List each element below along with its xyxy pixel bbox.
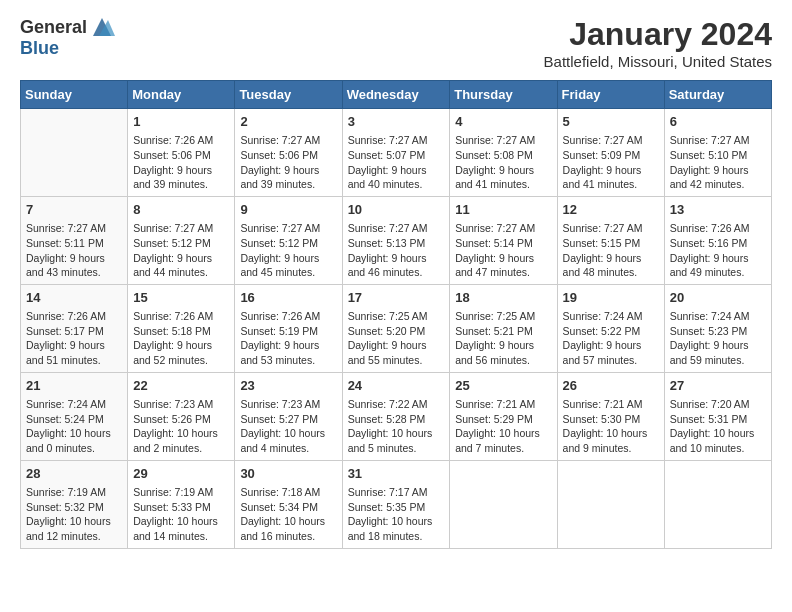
day-info: Sunrise: 7:27 AMSunset: 5:10 PMDaylight:… [670, 133, 766, 192]
calendar-cell: 5Sunrise: 7:27 AMSunset: 5:09 PMDaylight… [557, 109, 664, 197]
day-info: Sunrise: 7:27 AMSunset: 5:12 PMDaylight:… [133, 221, 229, 280]
day-number: 18 [455, 289, 551, 307]
day-info: Sunrise: 7:18 AMSunset: 5:34 PMDaylight:… [240, 485, 336, 544]
day-number: 7 [26, 201, 122, 219]
calendar-cell: 10Sunrise: 7:27 AMSunset: 5:13 PMDayligh… [342, 196, 450, 284]
calendar-day-header: Friday [557, 81, 664, 109]
calendar-week-row: 28Sunrise: 7:19 AMSunset: 5:32 PMDayligh… [21, 460, 772, 548]
page-title: January 2024 [544, 16, 772, 53]
day-info: Sunrise: 7:23 AMSunset: 5:26 PMDaylight:… [133, 397, 229, 456]
day-info: Sunrise: 7:19 AMSunset: 5:32 PMDaylight:… [26, 485, 122, 544]
day-number: 14 [26, 289, 122, 307]
day-info: Sunrise: 7:25 AMSunset: 5:20 PMDaylight:… [348, 309, 445, 368]
day-number: 16 [240, 289, 336, 307]
day-number: 8 [133, 201, 229, 219]
calendar-cell: 25Sunrise: 7:21 AMSunset: 5:29 PMDayligh… [450, 372, 557, 460]
calendar-week-row: 1Sunrise: 7:26 AMSunset: 5:06 PMDaylight… [21, 109, 772, 197]
calendar-cell [21, 109, 128, 197]
day-number: 9 [240, 201, 336, 219]
calendar-cell: 9Sunrise: 7:27 AMSunset: 5:12 PMDaylight… [235, 196, 342, 284]
day-number: 28 [26, 465, 122, 483]
calendar-cell: 26Sunrise: 7:21 AMSunset: 5:30 PMDayligh… [557, 372, 664, 460]
logo-icon [89, 16, 115, 38]
day-info: Sunrise: 7:26 AMSunset: 5:06 PMDaylight:… [133, 133, 229, 192]
calendar-week-row: 7Sunrise: 7:27 AMSunset: 5:11 PMDaylight… [21, 196, 772, 284]
day-info: Sunrise: 7:26 AMSunset: 5:17 PMDaylight:… [26, 309, 122, 368]
day-info: Sunrise: 7:26 AMSunset: 5:18 PMDaylight:… [133, 309, 229, 368]
calendar-cell: 4Sunrise: 7:27 AMSunset: 5:08 PMDaylight… [450, 109, 557, 197]
day-info: Sunrise: 7:24 AMSunset: 5:23 PMDaylight:… [670, 309, 766, 368]
calendar-cell: 18Sunrise: 7:25 AMSunset: 5:21 PMDayligh… [450, 284, 557, 372]
calendar-week-row: 21Sunrise: 7:24 AMSunset: 5:24 PMDayligh… [21, 372, 772, 460]
day-number: 1 [133, 113, 229, 131]
calendar-cell: 23Sunrise: 7:23 AMSunset: 5:27 PMDayligh… [235, 372, 342, 460]
day-info: Sunrise: 7:21 AMSunset: 5:29 PMDaylight:… [455, 397, 551, 456]
calendar-cell: 29Sunrise: 7:19 AMSunset: 5:33 PMDayligh… [128, 460, 235, 548]
day-number: 10 [348, 201, 445, 219]
calendar-cell: 19Sunrise: 7:24 AMSunset: 5:22 PMDayligh… [557, 284, 664, 372]
calendar-cell: 15Sunrise: 7:26 AMSunset: 5:18 PMDayligh… [128, 284, 235, 372]
calendar-cell: 7Sunrise: 7:27 AMSunset: 5:11 PMDaylight… [21, 196, 128, 284]
calendar-cell: 1Sunrise: 7:26 AMSunset: 5:06 PMDaylight… [128, 109, 235, 197]
day-info: Sunrise: 7:24 AMSunset: 5:22 PMDaylight:… [563, 309, 659, 368]
calendar-cell: 6Sunrise: 7:27 AMSunset: 5:10 PMDaylight… [664, 109, 771, 197]
day-number: 5 [563, 113, 659, 131]
day-number: 19 [563, 289, 659, 307]
day-number: 30 [240, 465, 336, 483]
calendar-cell: 17Sunrise: 7:25 AMSunset: 5:20 PMDayligh… [342, 284, 450, 372]
calendar-cell: 20Sunrise: 7:24 AMSunset: 5:23 PMDayligh… [664, 284, 771, 372]
calendar-day-header: Saturday [664, 81, 771, 109]
calendar-cell: 24Sunrise: 7:22 AMSunset: 5:28 PMDayligh… [342, 372, 450, 460]
day-number: 29 [133, 465, 229, 483]
day-info: Sunrise: 7:27 AMSunset: 5:07 PMDaylight:… [348, 133, 445, 192]
day-info: Sunrise: 7:22 AMSunset: 5:28 PMDaylight:… [348, 397, 445, 456]
calendar-day-header: Monday [128, 81, 235, 109]
day-number: 27 [670, 377, 766, 395]
calendar-cell: 13Sunrise: 7:26 AMSunset: 5:16 PMDayligh… [664, 196, 771, 284]
logo-blue-text: Blue [20, 38, 59, 58]
calendar-cell: 28Sunrise: 7:19 AMSunset: 5:32 PMDayligh… [21, 460, 128, 548]
day-number: 31 [348, 465, 445, 483]
day-number: 11 [455, 201, 551, 219]
day-info: Sunrise: 7:27 AMSunset: 5:14 PMDaylight:… [455, 221, 551, 280]
calendar-cell: 3Sunrise: 7:27 AMSunset: 5:07 PMDaylight… [342, 109, 450, 197]
calendar-cell: 31Sunrise: 7:17 AMSunset: 5:35 PMDayligh… [342, 460, 450, 548]
day-info: Sunrise: 7:27 AMSunset: 5:15 PMDaylight:… [563, 221, 659, 280]
day-info: Sunrise: 7:21 AMSunset: 5:30 PMDaylight:… [563, 397, 659, 456]
calendar-cell [557, 460, 664, 548]
logo: General Blue [20, 16, 117, 59]
calendar-cell: 11Sunrise: 7:27 AMSunset: 5:14 PMDayligh… [450, 196, 557, 284]
day-number: 13 [670, 201, 766, 219]
calendar-day-header: Sunday [21, 81, 128, 109]
day-info: Sunrise: 7:27 AMSunset: 5:12 PMDaylight:… [240, 221, 336, 280]
calendar-week-row: 14Sunrise: 7:26 AMSunset: 5:17 PMDayligh… [21, 284, 772, 372]
calendar-cell: 8Sunrise: 7:27 AMSunset: 5:12 PMDaylight… [128, 196, 235, 284]
day-info: Sunrise: 7:27 AMSunset: 5:08 PMDaylight:… [455, 133, 551, 192]
calendar-cell: 30Sunrise: 7:18 AMSunset: 5:34 PMDayligh… [235, 460, 342, 548]
calendar-cell: 14Sunrise: 7:26 AMSunset: 5:17 PMDayligh… [21, 284, 128, 372]
day-info: Sunrise: 7:27 AMSunset: 5:09 PMDaylight:… [563, 133, 659, 192]
day-info: Sunrise: 7:27 AMSunset: 5:13 PMDaylight:… [348, 221, 445, 280]
day-number: 6 [670, 113, 766, 131]
day-info: Sunrise: 7:19 AMSunset: 5:33 PMDaylight:… [133, 485, 229, 544]
page-subtitle: Battlefield, Missouri, United States [544, 53, 772, 70]
day-number: 3 [348, 113, 445, 131]
calendar-cell: 16Sunrise: 7:26 AMSunset: 5:19 PMDayligh… [235, 284, 342, 372]
day-number: 17 [348, 289, 445, 307]
title-block: January 2024 Battlefield, Missouri, Unit… [544, 16, 772, 70]
day-number: 21 [26, 377, 122, 395]
calendar-cell: 27Sunrise: 7:20 AMSunset: 5:31 PMDayligh… [664, 372, 771, 460]
calendar-day-header: Tuesday [235, 81, 342, 109]
day-info: Sunrise: 7:20 AMSunset: 5:31 PMDaylight:… [670, 397, 766, 456]
logo-general-text: General [20, 17, 87, 38]
day-info: Sunrise: 7:27 AMSunset: 5:06 PMDaylight:… [240, 133, 336, 192]
day-number: 15 [133, 289, 229, 307]
day-info: Sunrise: 7:25 AMSunset: 5:21 PMDaylight:… [455, 309, 551, 368]
day-info: Sunrise: 7:24 AMSunset: 5:24 PMDaylight:… [26, 397, 122, 456]
page-header: General Blue January 2024 Battlefield, M… [20, 16, 772, 70]
day-number: 24 [348, 377, 445, 395]
calendar-cell: 2Sunrise: 7:27 AMSunset: 5:06 PMDaylight… [235, 109, 342, 197]
day-number: 4 [455, 113, 551, 131]
day-info: Sunrise: 7:23 AMSunset: 5:27 PMDaylight:… [240, 397, 336, 456]
calendar-cell [664, 460, 771, 548]
